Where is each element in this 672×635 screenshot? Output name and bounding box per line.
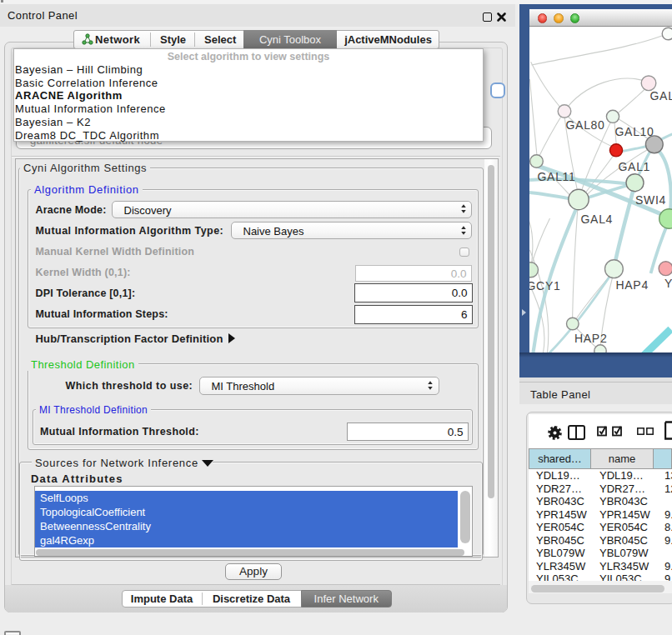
svg-text:GAL11: GAL11	[537, 170, 575, 183]
svg-text:HAP4: HAP4	[615, 278, 648, 292]
svg-text:GAL7: GAL7	[649, 89, 672, 102]
svg-text:GAL80: GAL80	[565, 118, 604, 132]
svg-text:GAL1: GAL1	[618, 160, 650, 173]
svg-text:SWI4: SWI4	[635, 193, 666, 207]
svg-text:GCY1: GCY1	[529, 279, 560, 292]
svg-text:GAL4: GAL4	[580, 212, 613, 226]
svg-text:GAL10: GAL10	[614, 125, 654, 138]
svg-text:Y: Y	[664, 277, 672, 290]
svg-text:HAP2: HAP2	[574, 332, 607, 345]
